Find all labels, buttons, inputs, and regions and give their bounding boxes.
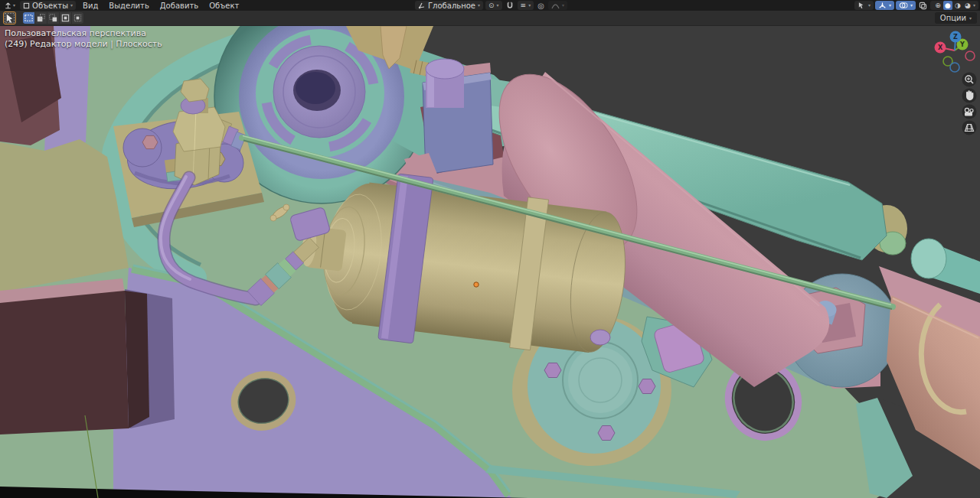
select-set-button[interactable] [23, 12, 34, 24]
viewport-nav-buttons [958, 71, 980, 138]
tool-settings-bar: Опции ▾ [0, 11, 980, 26]
select-intersect-button[interactable] [72, 12, 83, 24]
select-extend-button[interactable] [35, 12, 47, 24]
topbar: ▾ Объекты ▾ Вид Выделить Добавить Объект… [0, 0, 980, 11]
chevron-down-icon: ▾ [70, 3, 73, 8]
axis-z-label: Z [953, 34, 958, 41]
viewport-info-overlay: Пользовательская перспектива (249) Редак… [5, 28, 162, 50]
chevron-down-icon: ▾ [528, 3, 531, 8]
falloff-dropdown[interactable]: ▾ [548, 1, 567, 10]
select-invert-button[interactable] [60, 12, 71, 24]
visibility-dropdown[interactable]: ▾ [854, 1, 874, 10]
view-name-text: Пользовательская перспектива [5, 28, 162, 39]
orientation-global-icon [418, 2, 426, 9]
falloff-curve-icon [551, 2, 560, 9]
shading-mode-group: ⊕ ● ◑ ◕ ▾ [930, 1, 978, 10]
bolt[interactable] [544, 363, 561, 378]
chevron-down-icon: ▾ [562, 3, 564, 8]
axis-neg-x-ball[interactable] [965, 51, 975, 60]
chevron-down-icon: ▾ [910, 3, 913, 8]
bolt[interactable] [598, 426, 615, 441]
chevron-down-icon: ▾ [13, 3, 15, 8]
axis-y-label: Y [959, 41, 965, 48]
chevron-down-icon: ▾ [497, 3, 499, 8]
select-mode-group [23, 12, 83, 24]
menu-add[interactable]: Добавить [156, 2, 202, 10]
shading-wireframe-button[interactable]: ⊕ [933, 1, 942, 10]
xray-icon [919, 2, 927, 10]
snap-toggle-button[interactable] [505, 1, 515, 10]
shading-material-button[interactable]: ◑ [953, 1, 962, 10]
bolt[interactable] [142, 135, 158, 148]
tweak-cursor-icon [4, 12, 15, 24]
snap-target-dropdown[interactable]: ≡ ▾ [518, 1, 534, 10]
chevron-down-icon: ▾ [889, 3, 891, 8]
gizmos-toggle-dropdown[interactable]: ▾ [875, 1, 894, 10]
cursor-3d [474, 282, 479, 287]
camera-view-button[interactable] [962, 105, 977, 119]
pivot-icon: ⊙ [488, 2, 495, 9]
gizmo-icon [878, 2, 887, 10]
editor-type-button[interactable]: ▾ [2, 1, 17, 10]
viewport-3d-icon [4, 2, 12, 10]
zoom-button[interactable] [962, 73, 977, 87]
mode-dropdown[interactable]: Объекты ▾ [20, 1, 76, 10]
pan-hand-button[interactable] [962, 89, 977, 103]
bolt[interactable] [639, 379, 655, 394]
viewport-3d-scene[interactable] [0, 0, 980, 498]
options-dropdown[interactable]: Опции ▾ [935, 12, 977, 24]
chevron-down-icon: ▾ [478, 3, 480, 8]
active-object-text: (249) Редактор модели | Плоскость [5, 39, 162, 50]
overlays-icon [899, 2, 908, 9]
orientation-label: Глобальное [428, 2, 475, 10]
menu-object[interactable]: Объект [205, 2, 243, 10]
menu-view[interactable]: Вид [79, 2, 102, 10]
snap-increment-icon: ≡ [521, 2, 527, 9]
shading-solid-button[interactable]: ● [943, 1, 952, 10]
maroon-box[interactable] [0, 278, 149, 435]
options-label: Опции [940, 14, 966, 22]
chevron-down-icon: ▾ [969, 16, 972, 21]
xray-toggle-button[interactable] [917, 1, 929, 10]
shading-rendered-button[interactable]: ◕ [963, 1, 972, 10]
menu-select[interactable]: Выделить [105, 2, 152, 10]
transform-orientation-dropdown[interactable]: Глобальное ▾ [415, 1, 483, 10]
proportional-circle-icon: ◎ [537, 2, 544, 10]
navigation-gizmo[interactable]: X Y Z [929, 27, 980, 74]
axis-x-label: X [938, 44, 943, 51]
show-objects-icon [858, 2, 866, 9]
purple-stub [590, 330, 610, 345]
perspective-toggle-button[interactable] [962, 121, 977, 135]
select-subtract-button[interactable] [47, 12, 59, 24]
chevron-down-icon: ▾ [973, 3, 975, 8]
mode-label: Объекты [32, 2, 68, 10]
chevron-down-icon: ▾ [868, 3, 871, 8]
pivot-point-dropdown[interactable]: ⊙ ▾ [485, 1, 502, 10]
overlays-toggle-dropdown[interactable]: ▾ [896, 1, 916, 10]
object-mode-icon [23, 2, 30, 9]
purple-pin-cylinder[interactable] [426, 59, 464, 108]
magnet-icon [506, 2, 514, 10]
proportional-editing-button[interactable]: ◎ [536, 1, 546, 10]
tweak-tool-button[interactable] [3, 11, 16, 24]
